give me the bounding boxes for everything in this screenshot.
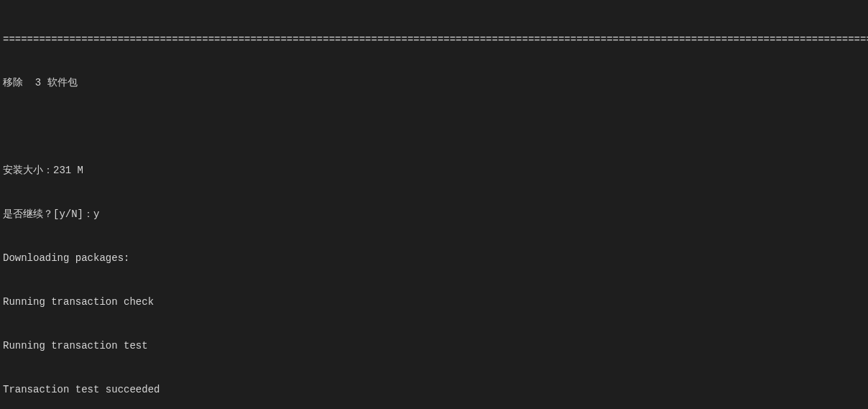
test-succeeded: Transaction test succeeded — [3, 382, 865, 397]
install-size: 安装大小：231 M — [3, 163, 865, 178]
separator-line: ========================================… — [3, 32, 865, 47]
blank-line — [3, 119, 865, 134]
running-check: Running transaction check — [3, 295, 865, 309]
downloading-packages: Downloading packages: — [3, 251, 865, 265]
remove-summary: 移除 3 软件包 — [3, 75, 865, 90]
continue-prompt: 是否继续？[y/N]：y — [3, 207, 865, 221]
terminal-output[interactable]: ========================================… — [3, 3, 865, 409]
running-test: Running transaction test — [3, 339, 865, 353]
